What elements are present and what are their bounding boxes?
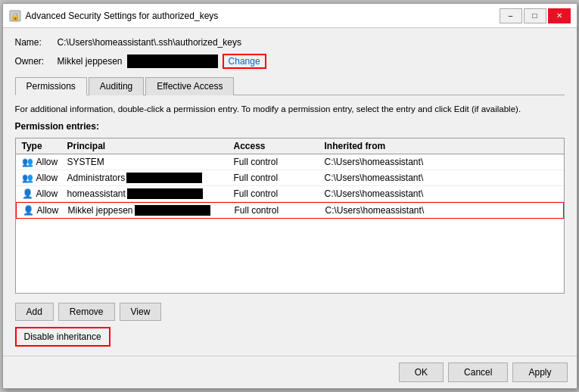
title-bar: 🔒 Advanced Security Settings for authori… (3, 4, 577, 28)
row2-inherited: C:\Users\homeassistant\ (325, 173, 558, 183)
owner-value: Mikkel jeppesen (58, 56, 123, 67)
add-button[interactable]: Add (15, 303, 54, 321)
row4-type: 👤 Allow (23, 205, 68, 216)
info-text: For additional information, double-click… (15, 104, 565, 114)
user-icon: 👤 (23, 205, 34, 216)
row3-access: Full control (234, 188, 325, 199)
row4-inherited: C:\Users\homeassistant\ (325, 205, 557, 216)
tab-auditing[interactable]: Auditing (89, 77, 144, 95)
minimize-button[interactable]: – (500, 8, 522, 23)
redacted-block (127, 188, 203, 199)
tab-bar: Permissions Auditing Effective Access (15, 76, 565, 95)
row3-principal: homeassistant (67, 188, 234, 199)
bottom-buttons: Add Remove View (15, 303, 565, 321)
disable-inheritance-button[interactable]: Disable inheritance (15, 327, 111, 347)
content-area: Name: C:\Users\homeassistant\.ssh\author… (3, 28, 577, 356)
owner-redacted-block (127, 54, 218, 68)
tab-permissions[interactable]: Permissions (15, 77, 87, 95)
svg-text:🔒: 🔒 (11, 11, 20, 21)
main-window: 🔒 Advanced Security Settings for authori… (2, 3, 577, 389)
view-button[interactable]: View (120, 303, 162, 321)
row2-principal: Administrators (67, 173, 234, 183)
owner-row: Owner: Mikkel jeppesen Change (15, 54, 565, 69)
row1-principal: SYSTEM (67, 157, 234, 167)
row1-inherited: C:\Users\homeassistant\ (325, 157, 558, 167)
redacted-block (135, 205, 210, 216)
cancel-button[interactable]: Cancel (448, 362, 508, 382)
ok-button[interactable]: OK (399, 362, 444, 382)
row1-access: Full control (234, 157, 325, 167)
window-icon: 🔒 (9, 10, 21, 22)
user-icon: 👥 (22, 157, 33, 167)
owner-label: Owner: (15, 56, 53, 67)
col-header-type: Type (22, 141, 67, 151)
col-header-inherited: Inherited from (325, 141, 558, 151)
disable-inheritance-area: Disable inheritance (15, 327, 565, 347)
row3-inherited: C:\Users\homeassistant\ (325, 188, 558, 199)
row4-access: Full control (235, 205, 325, 216)
redacted-block (126, 173, 202, 183)
col-header-access: Access (234, 141, 325, 151)
table-row[interactable]: 👥 Allow SYSTEM Full control C:\Users\hom… (16, 154, 564, 170)
row2-access: Full control (234, 173, 325, 183)
title-controls: – □ ✕ (500, 8, 571, 23)
change-button[interactable]: Change (223, 54, 266, 69)
remove-button[interactable]: Remove (58, 303, 115, 321)
table-header: Type Principal Access Inherited from (16, 138, 564, 154)
close-button[interactable]: ✕ (548, 8, 571, 23)
row1-type: 👥 Allow (22, 157, 67, 167)
name-label: Name: (15, 37, 53, 48)
apply-button[interactable]: Apply (512, 362, 567, 382)
user-icon: 👤 (22, 188, 33, 199)
table-row[interactable]: 👥 Allow Administrators Full control C:\U… (16, 170, 564, 186)
row3-type: 👤 Allow (22, 188, 67, 199)
table-row[interactable]: 👤 Allow homeassistant Full control C:\Us… (16, 186, 564, 202)
maximize-button[interactable]: □ (524, 8, 546, 23)
row4-principal: Mikkel jeppesen (68, 205, 235, 216)
title-bar-left: 🔒 Advanced Security Settings for authori… (9, 10, 219, 22)
footer: OK Cancel Apply (3, 356, 577, 388)
permissions-table: Type Principal Access Inherited from 👥 A… (15, 138, 565, 294)
user-icon: 👥 (22, 173, 33, 183)
row2-type: 👥 Allow (22, 173, 67, 183)
name-value: C:\Users\homeassistant\.ssh\authorized_k… (58, 37, 241, 48)
tab-effective-access[interactable]: Effective Access (145, 77, 234, 95)
permission-entries-label: Permission entries: (15, 121, 565, 132)
name-row: Name: C:\Users\homeassistant\.ssh\author… (15, 37, 565, 48)
table-row[interactable]: 👤 Allow Mikkel jeppesen Full control C:\… (16, 202, 564, 219)
col-header-principal: Principal (67, 141, 234, 151)
window-title: Advanced Security Settings for authorize… (26, 11, 219, 21)
